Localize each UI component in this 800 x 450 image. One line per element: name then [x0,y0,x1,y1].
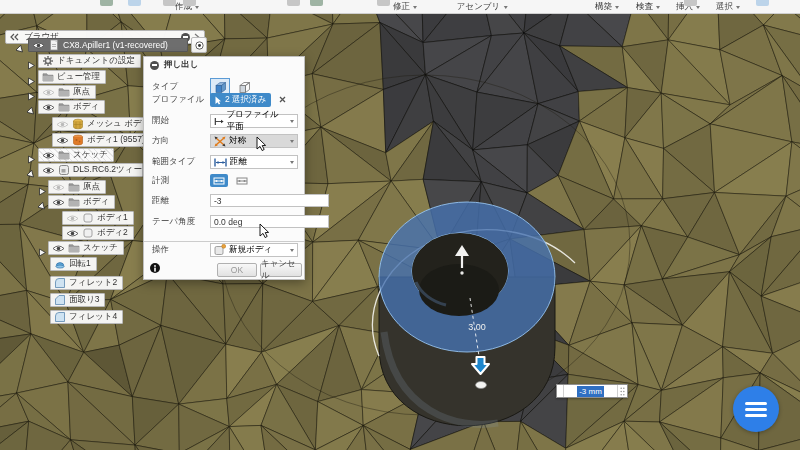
tree-item-bar[interactable]: スケッチ [38,148,114,162]
tree-item-label: ボディ [73,101,99,113]
tree-expand-arrow[interactable] [27,103,36,121]
expand-closed-icon[interactable] [38,248,47,258]
visibility-eye-icon[interactable] [42,88,55,97]
visibility-eye-icon[interactable] [42,103,55,112]
toolbar-icon-partial[interactable] [310,0,323,6]
direction-dropdown[interactable]: 対称 [210,134,298,148]
grip-dots-icon [620,387,625,396]
start-dropdown[interactable]: プロファイル平面 [210,114,298,128]
operation-row: 操作 新規ボディ [152,243,298,257]
chevron-down-icon [615,6,619,9]
visibility-eye-icon[interactable] [56,120,69,129]
operation-dropdown[interactable]: 新規ボディ [210,243,298,257]
taper-angle-label: テーパ角度 [152,216,210,228]
profile-row: プロファイル 2 選択済み [152,93,298,107]
toolbar-menu-label: 選択 [716,1,733,13]
tree-item-label: DLS.RC6.2ツィーター v [73,164,143,176]
tree-item-bar[interactable]: フィレット4 [50,310,123,324]
measure-half-icon [213,177,225,185]
visibility-eye-icon[interactable] [42,166,55,175]
tree-expand-arrow[interactable] [38,198,47,216]
tree-item-bar[interactable]: 原点 [38,85,96,99]
toolbar-menu[interactable]: アセンブリ [457,1,508,13]
tree-item-bar[interactable]: スケッチ [48,241,124,255]
toolbar-menu[interactable]: 構築 [595,1,619,13]
toolbar-icon-partial[interactable] [377,0,390,6]
tree-item-bar[interactable]: 面取り3 [50,293,105,307]
toolbar-menu[interactable]: 修正 [393,1,417,13]
tree-expand-arrow[interactable] [27,166,36,184]
expand-open-icon[interactable] [16,45,25,55]
tree-item-bar[interactable]: ボディ [48,195,115,209]
toolbar-icon-partial[interactable] [756,0,769,6]
toolbar-icon-partial[interactable] [287,0,300,6]
info-icon[interactable] [150,263,160,273]
tree-item-bar[interactable]: ボディ1 (9557) [52,133,151,147]
visibility-eye-icon[interactable] [32,41,45,50]
profile-clear-button[interactable] [279,95,286,105]
collapse-left-icon[interactable] [10,33,20,41]
document-icon [48,39,60,51]
toolbar-menu-label: 修正 [393,1,410,13]
tree-item-bar[interactable]: ドキュメントの設定 [38,54,141,68]
visibility-eye-icon[interactable] [52,183,65,192]
extent-row: 範囲タイプ 距離 [152,155,298,169]
new-body-icon [214,244,226,256]
tree-item-bar[interactable]: ビュー管理 [38,70,106,84]
expand-closed-icon[interactable] [27,61,36,71]
activate-component-radio[interactable] [191,37,207,53]
expand-closed-icon[interactable] [38,187,47,197]
tree-item-bar[interactable]: DLS.RC6.2ツィーター v [38,163,143,177]
expand-closed-icon[interactable] [27,77,36,87]
marking-menu-button[interactable] [733,386,779,432]
visibility-eye-icon[interactable] [52,198,65,207]
toolbar-menu[interactable]: 検査 [636,1,660,13]
visibility-eye-icon[interactable] [66,229,79,238]
distance-box-value[interactable]: -3 mm [577,386,604,397]
tree-item-bar[interactable]: ボディ2 [62,226,134,240]
taper-angle-input[interactable] [210,215,329,228]
profile-selection-chip[interactable]: 2 選択済み [210,93,271,107]
tree-item-bar[interactable]: 回転1 [50,257,97,271]
revolve-icon [54,258,66,270]
toolbar-icon-partial[interactable] [100,0,113,6]
measure-whole-button[interactable] [233,174,251,187]
visibility-eye-icon[interactable] [42,151,55,160]
toolbar-icon-partial[interactable] [684,0,697,6]
visibility-eye-icon[interactable] [52,244,65,253]
cancel-button[interactable]: キャンセル [260,263,302,277]
extrude-dialog[interactable]: 押し出し タイプ プロファイル [143,56,305,280]
tree-item-label: ボディ1 (9557) [87,134,145,146]
tree-expand-arrow[interactable] [16,41,25,59]
expand-open-icon[interactable] [38,202,47,212]
tree-item-bar[interactable]: 原点 [48,180,106,194]
toolbar-icon-partial[interactable] [163,0,176,6]
toolbar-icon-partial[interactable] [183,0,196,6]
expand-open-icon[interactable] [27,107,36,117]
dimbox-drag-grip[interactable] [617,385,627,397]
dialog-handle-icon[interactable] [150,61,159,70]
dialog-header[interactable]: 押し出し [144,57,304,73]
expand-open-icon[interactable] [27,170,36,180]
tree-item-bar[interactable]: フィレット2 [50,276,123,290]
tree-expand-arrow[interactable] [38,244,47,262]
ok-button[interactable]: OK [217,263,257,277]
info-i-glyph [153,265,157,272]
toolbar-icon-partial[interactable] [128,0,141,6]
tree-item-bar[interactable]: ボディ1 [62,211,134,225]
visibility-eye-icon[interactable] [56,136,69,145]
measure-half-button[interactable] [210,174,228,187]
fusion360-window: 3.00 作成修正アセンブリ構築検査挿入選択 ブラウザ CX8.Apiller1… [0,0,800,450]
distance-value-box[interactable]: -3 mm [556,384,628,398]
visibility-eye-icon[interactable] [66,214,79,223]
tree-item-label: ビュー管理 [57,71,100,83]
expand-closed-icon[interactable] [27,155,36,165]
extent-dropdown[interactable]: 距離 [210,155,298,169]
dimbox-left-grip[interactable] [557,385,564,397]
tree-item-bar[interactable]: CX8.Apiller1 (v1-recovered) [28,38,188,52]
expand-closed-icon[interactable] [27,92,36,102]
distance-row: 距離 [152,194,298,207]
tree-item-bar[interactable]: ボディ [38,100,105,114]
toolbar-menu[interactable]: 選択 [716,1,740,13]
distance-input[interactable] [210,194,329,207]
